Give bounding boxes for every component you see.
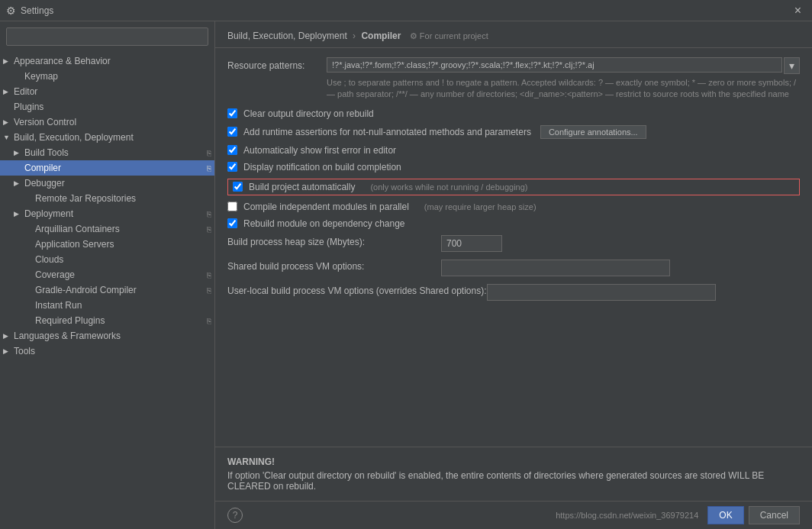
checkbox-runtime-row: Add runtime assertions for not-null-anno… [227,125,800,139]
sidebar-item-label: Editor [14,86,211,97]
sidebar-item-compiler[interactable]: Compiler ⎘ [0,160,214,176]
sidebar-item-debugger[interactable]: ▶ Debugger [0,176,214,191]
arrow-icon: ▶ [3,88,14,95]
checkbox-compile-parallel-label: Compile independent modules in parallel [243,202,409,212]
arrow-icon: ▶ [3,347,14,355]
breadcrumb: Build, Execution, Deployment › Compiler … [215,21,812,48]
tree: ▶ Appearance & Behavior Keymap ▶ Editor … [0,52,214,529]
heap-size-row: Build process heap size (Mbytes): [227,235,800,252]
checkbox-rebuild-row: Rebuild module on dependency change [227,218,800,229]
copy-icon: ⎘ [207,210,211,218]
heap-size-input[interactable] [441,235,502,252]
sidebar-item-languages[interactable]: ▶ Languages & Frameworks [0,328,214,344]
checkbox-rebuild-dependency[interactable] [227,218,237,228]
resource-patterns-button[interactable]: ▾ [784,57,800,74]
sidebar-item-remote-jar[interactable]: Remote Jar Repositories [0,191,214,206]
sidebar-item-editor[interactable]: ▶ Editor [0,84,214,99]
sidebar-item-app-servers[interactable]: Application Servers [0,237,214,252]
copy-icon: ⎘ [207,286,211,295]
user-vm-row: User-local build process VM options (ove… [227,284,800,301]
sidebar-item-label: Languages & Frameworks [14,331,211,341]
sidebar-item-arquillian[interactable]: Arquillian Containers ⎘ [0,221,214,237]
arrow-icon: ▶ [3,57,14,65]
warning-text: If option 'Clear output directory on reb… [227,470,800,492]
sidebar-item-version-control[interactable]: ▶ Version Control [0,115,214,130]
user-vm-input[interactable] [487,284,716,301]
checkbox-compile-parallel-row: Compile independent modules in parallel … [227,202,800,212]
sidebar-item-build-execution[interactable]: ▼ Build, Execution, Deployment [0,130,214,145]
warning-title: WARNING! [227,456,800,467]
bottom-url: https://blog.csdn.net/weixin_36979214 [556,511,698,520]
resource-patterns-row: Resource patterns: ▾ [227,57,800,74]
checkbox-notification-label: Display notification on build completion [243,162,401,173]
checkbox-notification-row: Display notification on build completion [227,162,800,173]
checkbox-clear-output-row: Clear output directory on rebuild [227,108,800,119]
right-panel: Build, Execution, Deployment › Compiler … [215,21,812,529]
copy-icon: ⎘ [207,225,211,234]
project-info: ⚙ For current project [410,31,488,40]
copy-icon: ⎘ [207,164,211,173]
sidebar-item-label: Keymap [24,71,211,82]
breadcrumb-part2: Compiler [361,31,401,41]
sidebar-item-label: Tools [14,346,211,356]
user-vm-label: User-local build process VM options (ove… [227,284,487,296]
breadcrumb-separator: › [353,31,356,41]
checkbox-clear-output[interactable] [227,108,237,118]
sidebar-item-label: Deployment [24,208,204,219]
sidebar-item-build-tools[interactable]: ▶ Build Tools ⎘ [0,145,214,160]
heap-size-label: Build process heap size (Mbytes): [227,235,441,247]
resource-input-wrap: ▾ [327,57,800,74]
sidebar-item-deployment[interactable]: ▶ Deployment ⎘ [0,206,214,221]
dialog-body: ▶ Appearance & Behavior Keymap ▶ Editor … [0,21,812,529]
sidebar-item-instant-run[interactable]: Instant Run [0,298,214,313]
checkbox-build-auto[interactable] [233,182,243,192]
copy-icon: ⎘ [207,317,211,325]
checkbox-show-error-label: Automatically show first error in editor [243,145,396,156]
sidebar-item-coverage[interactable]: Coverage ⎘ [0,267,214,282]
sidebar-item-tools[interactable]: ▶ Tools [0,344,214,359]
bottom-bar: ? https://blog.csdn.net/weixin_36979214 … [215,501,812,529]
arrow-icon: ▶ [3,332,14,340]
checkbox-display-notification[interactable] [227,162,237,172]
left-panel: ▶ Appearance & Behavior Keymap ▶ Editor … [0,21,215,529]
sidebar-item-keymap[interactable]: Keymap [0,69,214,84]
arrow-icon: ▼ [3,134,14,141]
compile-parallel-note: (may require larger heap size) [424,202,536,211]
checkbox-show-error-row: Automatically show first error in editor [227,145,800,156]
sidebar-item-label: Coverage [35,269,204,280]
arrow-icon: ▶ [3,118,14,126]
shared-vm-input[interactable] [441,260,670,276]
checkbox-show-first-error[interactable] [227,145,237,155]
sidebar-item-gradle-android[interactable]: Gradle-Android Compiler ⎘ [0,282,214,298]
checkbox-rebuild-label: Rebuild module on dependency change [243,218,405,229]
build-auto-note: (only works while not running / debuggin… [370,182,527,192]
shared-vm-row: Shared build process VM options: [227,260,800,276]
sidebar-item-label: Remote Jar Repositories [35,193,211,204]
breadcrumb-part1: Build, Execution, Deployment [227,31,347,41]
resource-patterns-input[interactable] [327,57,782,73]
sidebar-item-required-plugins[interactable]: Required Plugins ⎘ [0,313,214,328]
sidebar-item-clouds[interactable]: Clouds [0,252,214,267]
checkbox-clear-output-label: Clear output directory on rebuild [243,108,374,119]
sidebar-item-label: Compiler [24,163,204,173]
close-button[interactable]: × [790,3,806,18]
arrow-icon: ▶ [14,149,24,156]
checkbox-runtime-assertions[interactable] [227,127,237,137]
cancel-button[interactable]: Cancel [749,506,800,524]
arrow-icon: ▶ [14,179,24,187]
ok-button[interactable]: OK [707,506,743,524]
sidebar-item-label: Build Tools [24,147,204,158]
sidebar-item-appearance[interactable]: ▶ Appearance & Behavior [0,53,214,69]
sidebar-item-plugins[interactable]: Plugins [0,99,214,115]
sidebar-item-label: Appearance & Behavior [14,56,211,66]
resource-patterns-label: Resource patterns: [227,57,327,71]
compiler-settings-content: Resource patterns: ▾ Use ; to separate p… [215,48,812,447]
sidebar-item-label: Plugins [14,102,211,112]
checkbox-compile-parallel[interactable] [227,202,237,211]
copy-icon: ⎘ [207,149,211,157]
search-input[interactable] [6,27,208,46]
configure-annotations-button[interactable]: Configure annotations... [540,125,646,139]
sidebar-item-label: Debugger [24,178,211,189]
help-button[interactable]: ? [227,508,243,523]
window-title: Settings [21,5,53,16]
